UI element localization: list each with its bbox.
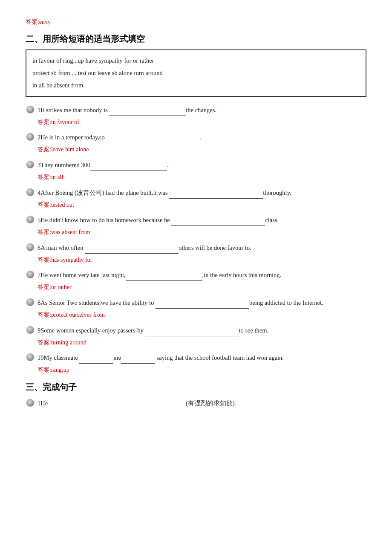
question-6: 6A man who often others will be done fav…	[26, 242, 366, 266]
blank-9	[145, 325, 239, 336]
blank-6	[85, 242, 179, 254]
bullet-icon-5	[26, 215, 35, 224]
question-8: 8As Senior Two students,we have the abil…	[26, 297, 366, 321]
answer-1-label: 答案:in favour of	[37, 119, 79, 125]
svg-point-10	[26, 399, 34, 407]
question-7-text: 7He went home very late last night, ,in …	[37, 269, 366, 281]
question-5-text: 5He didn't know how to do his homework b…	[37, 214, 366, 226]
question-3-text: 3They numbered 300 .	[37, 159, 366, 171]
question-1: 1It strikes me that nobody is the change…	[26, 104, 366, 128]
question-6-row: 6A man who often others will be done fav…	[26, 242, 366, 254]
question-9-text: 9Some women especially enjoy passers-by …	[37, 325, 366, 336]
answer-8-row: 答案:protect ourselves from	[37, 309, 366, 321]
section3-title: 三、完成句子	[26, 380, 366, 394]
svg-point-4	[26, 216, 34, 223]
bullet-icon-9	[26, 325, 35, 335]
section3-question-1-row: 1He (有强烈的求知欲).	[26, 398, 366, 409]
blank-1	[109, 104, 186, 116]
question-4-text: 4After Boeing (波音公司) had the plane built…	[37, 187, 366, 199]
question-6-text: 6A man who often others will be done fav…	[37, 242, 366, 254]
question-7-row: 7He went home very late last night, ,in …	[26, 269, 366, 281]
bullet-icon-4	[26, 188, 35, 197]
answer-10-row: 答案:rang;up	[37, 364, 366, 376]
question-7: 7He went home very late last night, ,in …	[26, 269, 366, 293]
answer-6-row: 答案:has sympathy for	[37, 254, 366, 266]
section2-title: 二、用所给短语的适当形式填空	[26, 32, 366, 46]
phrase-line-2: protect sb from ... test out leave sb al…	[32, 67, 360, 79]
question-9-row: 9Some women especially enjoy passers-by …	[26, 325, 366, 336]
question-4-row: 4After Boeing (波音公司) had the plane built…	[26, 187, 366, 199]
answer-4-label: 答案:tested out	[37, 202, 74, 208]
bullet-icon-10	[26, 353, 35, 362]
blank-5	[171, 214, 265, 226]
answer-5-row: 答案:was absent from	[37, 227, 366, 238]
top-answer-label: 答案:envy	[26, 17, 366, 27]
blank-s3-1	[49, 398, 186, 409]
blank-7	[126, 269, 202, 281]
question-8-text: 8As Senior Two students,we have the abil…	[37, 297, 366, 309]
question-5-row: 5He didn't know how to do his homework b…	[26, 214, 366, 226]
answer-4-row: 答案:tested out	[37, 199, 366, 211]
answer-9-row: 答案:turning around	[37, 337, 366, 348]
bullet-icon-3	[26, 160, 35, 169]
answer-8-label: 答案:protect ourselves from	[37, 312, 105, 318]
question-9: 9Some women especially enjoy passers-by …	[26, 325, 366, 348]
question-8-row: 8As Senior Two students,we have the abil…	[26, 297, 366, 309]
answer-2-label: 答案:leave him alone	[37, 146, 89, 153]
bullet-icon-s3-1	[26, 398, 35, 408]
blank-4	[169, 187, 263, 199]
svg-point-2	[26, 161, 34, 168]
answer-1-row: 答案:in favour of	[37, 117, 366, 128]
svg-point-7	[26, 298, 34, 306]
section2-questions: 1It strikes me that nobody is the change…	[26, 104, 366, 376]
question-1-row: 1It strikes me that nobody is the change…	[26, 104, 366, 116]
bullet-icon-2	[26, 132, 35, 142]
question-2-text: 2He is in a temper today,so .	[37, 132, 366, 143]
question-10: 10My classmate me saying that the school…	[26, 352, 366, 376]
svg-point-6	[26, 271, 34, 278]
answer-6-label: 答案:has sympathy for	[37, 257, 92, 263]
blank-10a	[79, 352, 113, 364]
phrase-line-1: in favour of ring...up have sympathy for…	[32, 55, 360, 67]
answer-9-label: 答案:turning around	[37, 339, 86, 346]
question-3: 3They numbered 300 . 答案:in all	[26, 159, 366, 183]
question-1-text: 1It strikes me that nobody is the change…	[37, 104, 366, 116]
question-3-row: 3They numbered 300 .	[26, 159, 366, 171]
question-2: 2He is in a temper today,so . 答案:leave h…	[26, 132, 366, 155]
bullet-icon-6	[26, 243, 35, 252]
svg-point-5	[26, 243, 34, 251]
bullet-icon-1	[26, 105, 35, 114]
section3-question-1-text: 1He (有强烈的求知欲).	[37, 398, 366, 409]
phrase-box: in favour of ring...up have sympathy for…	[26, 49, 366, 97]
answer-2-row: 答案:leave him alone	[37, 144, 366, 155]
svg-point-1	[26, 133, 34, 141]
bullet-icon-7	[26, 270, 35, 279]
svg-point-3	[26, 188, 34, 196]
blank-2	[106, 132, 200, 143]
question-4: 4After Boeing (波音公司) had the plane built…	[26, 187, 366, 211]
answer-5-label: 答案:was absent from	[37, 229, 90, 235]
answer-10-label: 答案:rang;up	[37, 367, 69, 373]
question-5: 5He didn't know how to do his homework b…	[26, 214, 366, 238]
answer-3-row: 答案:in all	[37, 172, 366, 183]
blank-8	[156, 297, 249, 309]
svg-point-8	[26, 326, 34, 334]
question-10-row: 10My classmate me saying that the school…	[26, 352, 366, 364]
blank-3	[90, 159, 167, 171]
question-10-text: 10My classmate me saying that the school…	[37, 352, 366, 364]
question-2-row: 2He is in a temper today,so .	[26, 132, 366, 143]
answer-3-label: 答案:in all	[37, 174, 63, 180]
svg-point-9	[26, 353, 34, 361]
svg-point-0	[26, 106, 34, 113]
bullet-icon-8	[26, 298, 35, 307]
answer-7-row: 答案:or rather	[37, 282, 366, 293]
answer-7-label: 答案:or rather	[37, 284, 72, 290]
blank-10b	[121, 352, 155, 364]
phrase-line-3: in all be absent from	[32, 79, 360, 92]
section3-question-1: 1He (有强烈的求知欲).	[26, 398, 366, 409]
